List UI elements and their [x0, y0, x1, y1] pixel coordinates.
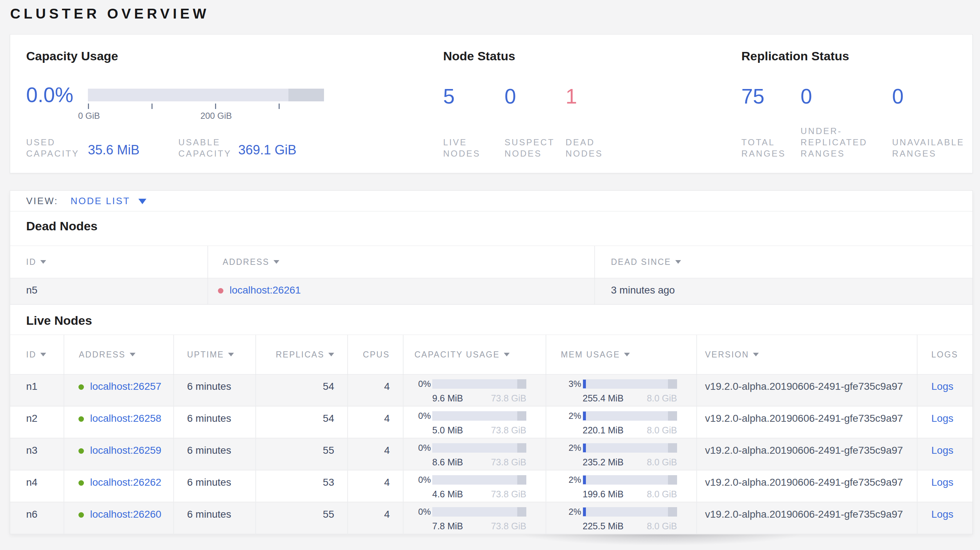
cell-id: n1	[10, 375, 64, 406]
cell-cpus: 4	[347, 471, 403, 502]
logs-link[interactable]: Logs	[931, 445, 953, 456]
node-address-link[interactable]: localhost:26260	[90, 509, 161, 520]
sort-arrow-icon	[228, 353, 234, 356]
node-address-link[interactable]: localhost:26262	[90, 477, 161, 488]
stat-value: 5	[443, 85, 480, 108]
cell-cpus: 4	[347, 502, 403, 534]
stat-value: 0	[892, 85, 964, 108]
memory-bar-line: 2%	[546, 410, 696, 422]
stat-label: SUSPECTNODES	[504, 137, 555, 159]
capacity-used-value: 9.6 MiB	[432, 393, 463, 403]
col-header-dead-since[interactable]: DEAD SINCE	[594, 246, 972, 278]
summary-stat: 75TOTALRANGES	[741, 85, 786, 159]
capacity-bar	[432, 507, 526, 517]
cell-replicas: 53	[255, 471, 347, 502]
cell-version: v19.2.0-alpha.20190606-2491-gfe735c9a97	[696, 439, 917, 470]
memory-values: 225.5 MiB8.0 GiB	[582, 521, 677, 531]
col-header-cpus: CPUS	[347, 335, 403, 374]
cell-memory-usage: 2%220.1 MiB8.0 GiB	[546, 407, 696, 438]
summary-stat: 5LIVENODES	[443, 85, 480, 159]
logs-link[interactable]: Logs	[931, 413, 953, 424]
usable-capacity-value: 369.1 GiB	[238, 142, 296, 158]
nodes-overview-card: VIEW: NODE LIST Dead Nodes IDADDRESSDEAD…	[10, 190, 973, 534]
capacity-used-value: 8.6 MiB	[432, 457, 463, 467]
cell-cpus: 4	[347, 375, 403, 406]
col-header-id[interactable]: ID	[10, 246, 207, 278]
cell-version: v19.2.0-alpha.20190606-2491-gfe735c9a97	[696, 375, 917, 406]
cell-address: localhost:26258	[64, 407, 173, 438]
view-label: VIEW:	[26, 196, 58, 207]
cell-replicas: 54	[255, 375, 347, 406]
col-header-uptime[interactable]: UPTIME	[173, 335, 255, 374]
cell-address: localhost:26260	[64, 502, 173, 534]
capacity-bar	[432, 475, 526, 485]
sort-arrow-icon	[274, 260, 279, 264]
memory-values: 199.6 MiB8.0 GiB	[582, 489, 677, 499]
col-header-replicas[interactable]: REPLICAS	[255, 335, 347, 374]
cell-uptime: 6 minutes	[173, 502, 255, 534]
table-row: n2localhost:262586 minutes5440%5.0 MiB73…	[10, 407, 972, 439]
cell-capacity-usage: 0%5.0 MiB73.8 GiB	[403, 407, 546, 438]
capacity-bar-line: 0%	[404, 474, 546, 486]
live-nodes-heading: Live Nodes	[26, 313, 92, 327]
sort-arrow-icon	[130, 353, 135, 356]
bar-other-segment	[668, 379, 677, 389]
col-header-id[interactable]: ID	[10, 335, 64, 374]
memory-used-value: 225.5 MiB	[582, 521, 624, 531]
table-row: n6localhost:262606 minutes5540%7.8 MiB73…	[10, 502, 972, 534]
col-header-capacity-usage[interactable]: CAPACITY USAGE	[403, 335, 546, 374]
bar-fill	[583, 412, 586, 420]
table-row: n3localhost:262596 minutes5540%8.6 MiB73…	[10, 439, 972, 471]
memory-bar	[582, 507, 677, 517]
bar-other-segment	[517, 411, 526, 421]
logs-link[interactable]: Logs	[931, 477, 953, 488]
capacity-usage-heading: Capacity Usage	[26, 49, 118, 63]
sort-arrow-icon	[753, 353, 759, 356]
dead-nodes-table: IDADDRESSDEAD SINCEn5localhost:262613 mi…	[10, 246, 972, 305]
capacity-percent: 0%	[404, 410, 431, 422]
cell-memory-usage: 2%199.6 MiB8.0 GiB	[546, 471, 696, 502]
node-address-link[interactable]: localhost:26259	[90, 445, 161, 456]
stat-label: UNDER-REPLICATEDRANGES	[800, 126, 867, 159]
col-header-mem-usage[interactable]: MEM USAGE	[546, 335, 696, 374]
node-address-link[interactable]: localhost:26258	[90, 413, 161, 424]
sort-arrow-icon	[328, 353, 334, 356]
node-address-link[interactable]: localhost:26261	[229, 285, 301, 296]
memory-bar	[582, 475, 677, 485]
bar-other-segment	[517, 443, 526, 453]
col-header-version[interactable]: VERSION	[696, 335, 917, 374]
table-header-row: IDADDRESSDEAD SINCE	[10, 246, 972, 278]
capacity-bar-line: 0%	[404, 410, 546, 422]
sort-arrow-icon	[675, 260, 681, 264]
col-header-label: ADDRESS	[79, 350, 126, 360]
node-address-link[interactable]: localhost:26257	[90, 381, 161, 392]
cell-replicas: 54	[255, 407, 347, 438]
col-header-address[interactable]: ADDRESS	[207, 246, 594, 278]
bar-other-segment	[517, 507, 526, 517]
used-capacity-value: 35.6 MiB	[88, 142, 140, 158]
stat-label-line: UNAVAILABLE	[892, 137, 964, 148]
col-header-label: VERSION	[705, 350, 749, 360]
cell-address: localhost:26261	[207, 278, 594, 304]
stat-label: TOTALRANGES	[741, 137, 786, 159]
stat-label-line: DEAD	[566, 137, 603, 148]
cell-memory-usage: 2%225.5 MiB8.0 GiB	[546, 502, 696, 534]
gauge-axis-label: 0 GiB	[78, 111, 100, 121]
view-mode-dropdown[interactable]: NODE LIST	[70, 196, 146, 207]
logs-link[interactable]: Logs	[931, 381, 953, 392]
cell-uptime: 6 minutes	[173, 471, 255, 502]
col-header-label: ID	[26, 257, 36, 267]
memory-percent: 2%	[546, 410, 581, 422]
col-header-label: REPLICAS	[276, 350, 325, 360]
stat-label-line: NODES	[566, 148, 603, 159]
cell-id: n3	[10, 439, 64, 470]
stat-label-line: NODES	[504, 148, 555, 159]
cell-logs: Logs	[917, 471, 972, 502]
col-header-address[interactable]: ADDRESS	[64, 335, 173, 374]
capacity-total-value: 73.8 GiB	[491, 489, 526, 499]
summary-stat: 0UNDER-REPLICATEDRANGES	[800, 85, 867, 159]
memory-total-value: 8.0 GiB	[647, 425, 677, 435]
summary-stat: 0SUSPECTNODES	[504, 85, 555, 159]
logs-link[interactable]: Logs	[931, 509, 953, 520]
stat-label-line: RANGES	[892, 148, 964, 159]
